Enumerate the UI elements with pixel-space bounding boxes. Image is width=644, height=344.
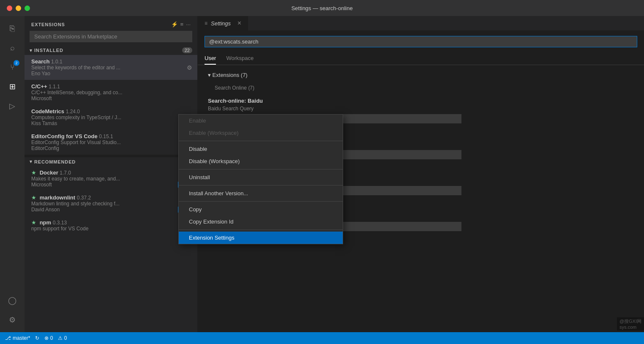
ext-publisher: EditorConfig [31, 145, 191, 151]
account-button[interactable]: ◯ [3, 292, 21, 309]
close-dot[interactable] [7, 5, 12, 11]
status-errors[interactable]: ⊗ 0 [44, 335, 53, 341]
setting-title-baidu: Search-online: Baidu [208, 98, 634, 104]
ext-version: 1.24.0 [66, 109, 80, 115]
sidebar-item-source-control[interactable]: ⑂ 2 [3, 58, 21, 76]
minimize-dot[interactable] [16, 5, 21, 11]
gear-icon[interactable]: ⚙ [187, 64, 192, 71]
ext-desc: Markdown linting and style checking f... [31, 201, 175, 207]
sidebar-title: EXTENSIONS [31, 22, 65, 27]
ext-name: CodeMetrics [31, 108, 64, 115]
settings-tab[interactable]: ≡ Settings × [198, 16, 248, 30]
more-icon[interactable]: ··· [186, 21, 191, 27]
gear-icon: ⚙ [9, 315, 16, 325]
explorer-icon: ⎘ [10, 24, 15, 33]
titlebar: Settings — search-online [0, 0, 644, 16]
extension-item-cpp[interactable]: C/C++ 1.1.1 C/C++ IntelliSense, debuggin… [25, 80, 197, 105]
ext-name: npm [40, 219, 51, 226]
star-icon: ★ [31, 169, 36, 176]
extension-item-codemetrics[interactable]: CodeMetrics 1.24.0 Computes complexity i… [25, 105, 197, 130]
extensions-icon: ⊞ [9, 82, 16, 91]
extension-item-docker[interactable]: ★ Docker 1.7.0 Makes it easy to create, … [25, 166, 197, 191]
menu-item-enable-workspace: Enable (Workspace) [179, 127, 343, 139]
recommended-section-header[interactable]: ▾ RECOMMENDED [25, 157, 197, 166]
installed-count: 22 [182, 47, 192, 53]
context-menu: Enable Enable (Workspace) Disable Disabl… [178, 114, 343, 244]
settings-subsection-header: Search Online (7) [208, 85, 634, 91]
ext-publisher: Microsoft [31, 96, 191, 101]
window-controls [7, 5, 30, 11]
sidebar-item-explorer[interactable]: ⎘ [3, 19, 21, 37]
tab-close-button[interactable]: × [237, 19, 241, 27]
menu-separator-4 [179, 201, 343, 202]
tab-workspace[interactable]: Workspace [226, 52, 254, 65]
settings-search-input[interactable] [205, 36, 637, 47]
menu-item-uninstall[interactable]: Uninstall [179, 171, 343, 183]
menu-item-install-another[interactable]: Install Another Version... [179, 187, 343, 199]
ext-version: 1.7.0 [60, 170, 71, 176]
menu-item-extension-settings[interactable]: Extension Settings [179, 232, 343, 244]
extension-item-markdownlint[interactable]: ★ markdownlint 0.37.2 Markdown linting a… [25, 191, 197, 216]
filter-icon[interactable]: ⚡ [171, 21, 178, 27]
sort-icon[interactable]: ≡ [180, 21, 184, 27]
ext-publisher: Microsoft [31, 182, 191, 188]
status-warnings[interactable]: ⚠ 0 [58, 335, 67, 341]
installed-label: ▾ INSTALLED [30, 48, 63, 53]
status-sync[interactable]: ↻ [35, 335, 39, 341]
ext-name: Search [31, 58, 49, 65]
ext-desc: npm support for VS Code [31, 226, 175, 232]
tab-user[interactable]: User [205, 52, 216, 65]
branch-label: master* [13, 335, 30, 341]
menu-separator-2 [179, 169, 343, 169]
menu-separator-1 [179, 141, 343, 141]
sync-icon: ↻ [35, 335, 39, 341]
ext-name: EditorConfig for VS Code [31, 133, 98, 139]
error-label: ⊗ 0 [44, 335, 53, 341]
search-icon: ⌕ [10, 44, 15, 52]
menu-item-copy[interactable]: Copy [179, 203, 343, 216]
status-branch[interactable]: ⎇ master* [5, 335, 30, 341]
account-icon: ◯ [8, 296, 16, 305]
extension-item-search[interactable]: Search 1.0.1 Select the keywords of the … [25, 55, 197, 80]
settings-section-header: ▾ Extensions (7) [208, 72, 634, 78]
ext-version: 1.0.1 [51, 59, 63, 65]
ext-name: markdownlint [40, 194, 76, 201]
settings-search-bar [198, 31, 644, 52]
extension-item-npm[interactable]: ★ npm 0.3.13 npm support for VS Code [25, 216, 197, 235]
extensions-sidebar: EXTENSIONS ⚡ ≡ ··· ▾ INSTALLED 22 Search… [25, 16, 198, 332]
menu-item-enable: Enable [179, 115, 343, 127]
run-icon: ▷ [9, 101, 15, 111]
star-icon: ★ [31, 194, 36, 201]
menu-item-disable-workspace[interactable]: Disable (Workspace) [179, 155, 343, 167]
recommended-label: ▾ RECOMMENDED [30, 159, 76, 164]
ext-desc: Makes it easy to create, manage, and... [31, 176, 175, 182]
source-control-badge: 2 [14, 60, 19, 66]
settings-button[interactable]: ⚙ [3, 311, 21, 329]
status-bar: ⎇ master* ↻ ⊗ 0 ⚠ 0 [0, 332, 644, 344]
ext-desc: Select the keywords of the editor and ..… [31, 65, 175, 71]
settings-tab-label: Settings [211, 20, 231, 27]
ext-name: Docker [40, 169, 58, 176]
star-icon: ★ [31, 219, 36, 226]
sidebar-actions: ⚡ ≡ ··· [171, 21, 191, 27]
extension-item-editorconfig[interactable]: EditorConfig for VS Code 0.15.1 EditorCo… [25, 130, 197, 155]
search-input[interactable] [30, 31, 192, 42]
sidebar-item-run[interactable]: ▷ [3, 97, 21, 115]
settings-tab-icon: ≡ [205, 20, 207, 26]
activity-bar: ⎘ ⌕ ⑂ 2 ⊞ ▷ ◯ ⚙ [0, 16, 25, 332]
menu-separator-3 [179, 185, 343, 186]
watermark: @搜GXI网sys.com [617, 317, 644, 330]
warning-label: ⚠ 0 [58, 335, 67, 341]
branch-icon: ⎇ [5, 335, 11, 341]
activity-bar-bottom: ◯ ⚙ [3, 292, 21, 332]
setting-desc-baidu: Baidu Search Query [208, 106, 634, 112]
menu-separator-5 [179, 229, 343, 230]
menu-item-copy-extension-id[interactable]: Copy Extension Id [179, 216, 343, 228]
sidebar-item-search[interactable]: ⌕ [3, 39, 21, 57]
menu-item-disable[interactable]: Disable [179, 143, 343, 155]
ext-desc: C/C++ IntelliSense, debugging, and co... [31, 90, 175, 96]
installed-section-header[interactable]: ▾ INSTALLED 22 [25, 46, 197, 55]
ext-publisher: Kiss Tamás [31, 120, 191, 126]
sidebar-item-extensions[interactable]: ⊞ [3, 78, 21, 96]
maximize-dot[interactable] [25, 5, 30, 11]
